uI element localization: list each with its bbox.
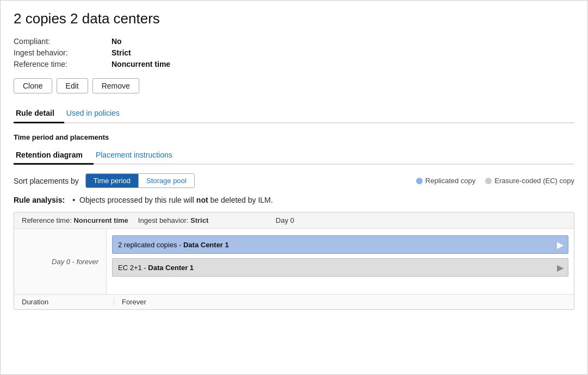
page-wrapper: 2 copies 2 data centers Compliant: No In… — [1, 1, 587, 320]
sort-time-period-button[interactable]: Time period — [86, 174, 139, 188]
tab-rule-detail[interactable]: Rule detail — [14, 104, 64, 123]
placement-bar-ec-arrow: ▶ — [557, 262, 564, 273]
rule-analysis-label: Rule analysis: — [14, 196, 65, 204]
diagram-ingest-value: Strict — [190, 216, 208, 224]
sort-row: Sort placements by Time period Storage p… — [14, 173, 574, 188]
placement-bar-ec: EC 2+1 - Data Center 1 ▶ — [112, 258, 568, 277]
reference-value: Noncurrent time — [112, 60, 170, 68]
page-title: 2 copies 2 data centers — [14, 10, 574, 27]
ingest-value: Strict — [112, 48, 131, 57]
meta-row-ingest: Ingest behavior: Strict — [14, 48, 574, 57]
sub-tabs-row: Retention diagram Placement instructions — [14, 147, 574, 165]
diagram-box: Reference time: Noncurrent time Ingest b… — [14, 212, 574, 310]
reference-label: Reference time: — [14, 60, 112, 68]
placement-bar-replicated-arrow: ▶ — [557, 240, 564, 250]
sub-tab-retention-diagram[interactable]: Retention diagram — [14, 147, 94, 165]
ec-label: Erasure-coded (EC) copy — [494, 177, 574, 185]
diagram-footer: Duration Forever — [14, 294, 574, 309]
remove-button[interactable]: Remove — [92, 78, 139, 93]
section-time-period: Time period and placements — [14, 133, 574, 141]
diagram-reference-value: Noncurrent time — [73, 216, 128, 224]
replicated-label: Replicated copy — [425, 177, 476, 185]
legend-replicated: Replicated copy — [416, 177, 476, 185]
sort-btn-group: Time period Storage pool — [85, 173, 195, 188]
diagram-placements: 2 replicated copies - Data Center 1 ▶ EC… — [107, 229, 574, 294]
replicated-dot — [416, 178, 423, 184]
rule-analysis-text: Objects processed by this rule will not … — [79, 196, 273, 204]
tabs-row: Rule detail Used in policies — [14, 104, 574, 123]
meta-row-reference: Reference time: Noncurrent time — [14, 60, 574, 68]
diagram-footer-label: Duration — [22, 298, 114, 306]
legend: Replicated copy Erasure-coded (EC) copy — [416, 177, 574, 185]
diagram-row-label: Day 0 - forever — [14, 229, 107, 294]
sort-label: Sort placements by — [14, 177, 79, 185]
tab-used-in-policies[interactable]: Used in policies — [64, 104, 129, 123]
sub-tab-placement-instructions[interactable]: Placement instructions — [94, 147, 183, 165]
diagram-reference-prefix: Reference time: — [22, 216, 72, 224]
diagram-day-label: Day 0 — [276, 216, 294, 224]
rule-analysis-bullet: • — [72, 196, 75, 204]
diagram-ingest-prefix: Ingest behavior: — [138, 216, 189, 224]
meta-row-compliant: Compliant: No — [14, 37, 574, 46]
ec-dot — [485, 178, 492, 184]
compliant-label: Compliant: — [14, 37, 112, 46]
ingest-label: Ingest behavior: — [14, 48, 112, 57]
edit-button[interactable]: Edit — [57, 78, 88, 93]
diagram-body: Day 0 - forever 2 replicated copies - Da… — [14, 229, 574, 294]
meta-section: Compliant: No Ingest behavior: Strict Re… — [14, 37, 574, 68]
legend-ec: Erasure-coded (EC) copy — [485, 177, 574, 185]
diagram-header: Reference time: Noncurrent time Ingest b… — [14, 212, 574, 229]
rule-analysis-row: Rule analysis: • Objects processed by th… — [14, 196, 574, 204]
placement-bar-replicated-text: 2 replicated copies - Data Center 1 — [118, 241, 229, 249]
placement-bar-replicated: 2 replicated copies - Data Center 1 ▶ — [112, 235, 568, 254]
placement-bar-ec-text: EC 2+1 - Data Center 1 — [118, 264, 194, 272]
compliant-value: No — [112, 37, 122, 46]
diagram-footer-value: Forever — [122, 298, 146, 306]
action-buttons: Clone Edit Remove — [14, 78, 574, 93]
sort-storage-pool-button[interactable]: Storage pool — [139, 174, 194, 188]
clone-button[interactable]: Clone — [14, 78, 52, 93]
